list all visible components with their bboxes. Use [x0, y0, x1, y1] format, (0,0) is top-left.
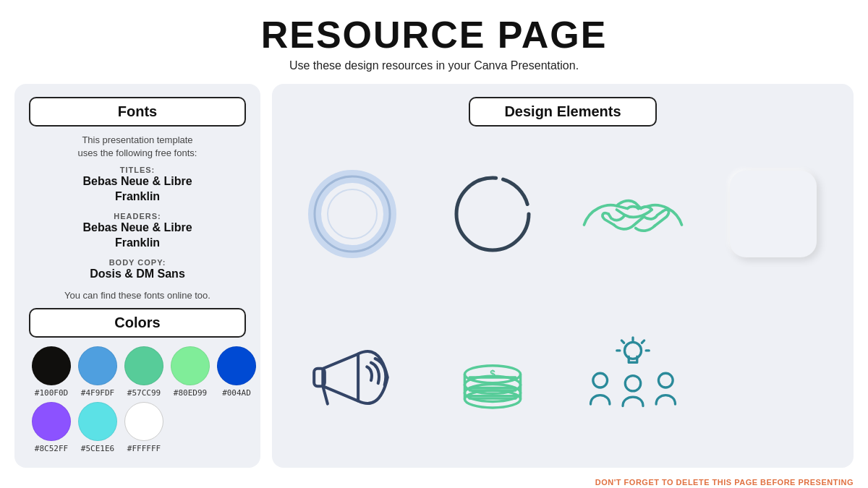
left-panel: Fonts This presentation templateuses the…: [14, 84, 260, 468]
page-subtitle: Use these design resources in your Canva…: [0, 59, 868, 72]
color-hex-mint: #80ED99: [174, 388, 207, 398]
color-hex-white: #FFFFFF: [127, 444, 161, 453]
fonts-header: Fonts: [29, 97, 246, 127]
color-hex-navy: #004AD: [222, 388, 251, 398]
color-swatch-navy: #004AD: [217, 346, 256, 398]
color-circle-mint: [171, 346, 210, 385]
icon-cell-partial-circle: [427, 137, 558, 291]
design-elements-header: Design Elements: [469, 97, 657, 127]
icon-cell-megaphone: [286, 300, 418, 455]
color-swatch-white: #FFFFFF: [124, 402, 163, 453]
svg-point-2: [328, 189, 377, 239]
handshake-icon: [579, 174, 687, 254]
megaphone-icon: [305, 334, 399, 421]
icon-cell-coins: $: [427, 300, 558, 455]
coins-icon: $: [446, 334, 540, 421]
main-content: Fonts This presentation templateuses the…: [0, 77, 868, 475]
font-group-titles: TITLES: Bebas Neue & LibreFranklin: [82, 166, 192, 205]
font-label-headers: HEADERS:: [82, 212, 192, 221]
icon-cell-team: [567, 300, 699, 455]
icon-cell-circle: [286, 137, 418, 291]
color-row-1: #100F0D #4F9FDF #57CC99 #80ED99 #004AD: [29, 346, 246, 398]
page-header: RESOURCE PAGE Use these design resources…: [0, 0, 868, 77]
svg-point-31: [625, 376, 640, 391]
color-circle-teal: [124, 346, 163, 385]
fonts-description: This presentation templateuses the follo…: [78, 134, 197, 160]
svg-line-28: [621, 341, 624, 343]
color-circle-navy: [217, 346, 256, 385]
icon-cell-rounded-square: [707, 137, 839, 291]
color-circle-cyan: [78, 402, 117, 441]
svg-point-1: [315, 176, 390, 252]
colors-header: Colors: [29, 308, 246, 338]
color-swatch-black: #100F0D: [32, 346, 71, 398]
right-panel: Design Elements: [272, 84, 854, 468]
color-circle-black: [32, 346, 71, 385]
rounded-square-shape: [730, 171, 817, 257]
color-swatch-teal: #57CC99: [124, 346, 163, 398]
color-swatch-mint: #80ED99: [171, 346, 210, 398]
color-circle-purple: [32, 402, 71, 441]
font-label-body: BODY COPY:: [90, 258, 185, 267]
font-name-body: Dosis & DM Sans: [90, 267, 185, 282]
svg-line-26: [642, 341, 644, 343]
color-swatch-blue: #4F9FDF: [78, 346, 117, 398]
font-find-text: You can find these fonts online too.: [64, 290, 210, 301]
color-hex-black: #100F0D: [35, 388, 68, 398]
page-title: RESOURCE PAGE: [0, 13, 868, 56]
circle-ring-icon: [305, 167, 399, 261]
svg-marker-5: [323, 354, 358, 401]
font-group-body: BODY COPY: Dosis & DM Sans: [90, 258, 185, 282]
font-group-headers: HEADERS: Bebas Neue & LibreFranklin: [82, 212, 192, 251]
svg-point-23: [624, 343, 641, 359]
font-label-titles: TITLES:: [82, 166, 192, 174]
color-hex-teal: #57CC99: [127, 388, 161, 398]
color-swatch-purple: #8C52FF: [32, 402, 71, 453]
color-swatch-cyan: #5CE1E6: [78, 402, 117, 453]
color-hex-purple: #8C52FF: [35, 444, 68, 453]
svg-point-30: [593, 374, 608, 388]
color-circle-blue: [78, 346, 117, 385]
color-row-2: #8C52FF #5CE1E6 #FFFFFF: [29, 402, 246, 453]
font-name-headers: Bebas Neue & LibreFranklin: [82, 221, 192, 251]
font-name-titles: Bebas Neue & LibreFranklin: [82, 174, 192, 205]
color-hex-cyan: #5CE1E6: [81, 444, 114, 453]
footer-warning: DON'T FORGET TO DELETE THIS PAGE BEFORE …: [0, 475, 868, 488]
color-hex-blue: #4F9FDF: [81, 388, 114, 398]
svg-point-32: [658, 374, 673, 388]
icons-grid: $: [286, 137, 839, 455]
partial-circle-icon: [446, 167, 540, 261]
team-lightbulb-icon: [582, 334, 684, 421]
color-circle-white: [124, 402, 163, 441]
icon-cell-handshake: [567, 137, 699, 291]
